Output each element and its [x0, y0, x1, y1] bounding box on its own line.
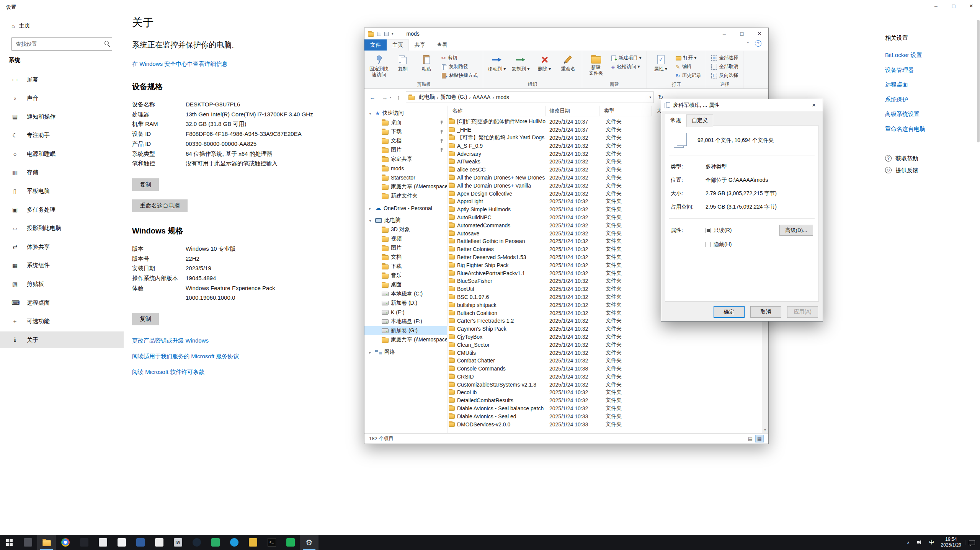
- nav-item[interactable]: 本地磁盘 (C:): [364, 289, 447, 299]
- back-button[interactable]: ←: [368, 94, 377, 101]
- taskbar-app-icon-10[interactable]: [243, 535, 262, 550]
- new-folder-button[interactable]: 新建 文件夹: [585, 52, 608, 81]
- details-view-icon[interactable]: ▤: [746, 435, 755, 442]
- taskbar-app-icon-8[interactable]: [206, 535, 225, 550]
- file-row[interactable]: DetailedCombatResults2025/1/24 10:32文件夹: [448, 397, 768, 405]
- nav-item[interactable]: 新加卷 (G:): [364, 326, 447, 335]
- taskbar-app-icon-11[interactable]: [281, 535, 300, 550]
- invert-selection-button[interactable]: 反向选择: [709, 71, 741, 80]
- sidebar-item-sound[interactable]: ♪声音: [0, 90, 124, 107]
- related-setting-link[interactable]: 设备管理器: [885, 63, 977, 78]
- sidebar-item-tablet[interactable]: ▯平板电脑: [0, 183, 124, 200]
- qat-customize-icon[interactable]: ▾: [392, 32, 394, 36]
- ribbon-tab-share[interactable]: 共享: [409, 39, 431, 51]
- move-to-button[interactable]: 移动到 ▾: [485, 52, 508, 81]
- ribbon-tab-file[interactable]: 文件: [364, 39, 387, 51]
- nav-item[interactable]: K (E:): [364, 308, 447, 317]
- history-button[interactable]: ↻历史记录: [673, 71, 704, 80]
- select-none-button[interactable]: 全部取消: [709, 62, 741, 71]
- nav-item[interactable]: 新加卷 (D:): [364, 299, 447, 308]
- sidebar-item-home[interactable]: ⌂ 主页: [11, 22, 30, 29]
- nav-item[interactable]: ▾★快速访问: [364, 109, 447, 118]
- breadcrumb-segment[interactable]: 此电脑: [417, 94, 437, 101]
- hidden-checkbox[interactable]: [706, 242, 711, 247]
- minimize-button[interactable]: [715, 28, 733, 40]
- hidden-icons-chevron-icon[interactable]: ∧: [903, 540, 914, 545]
- nav-item[interactable]: 音乐: [364, 271, 447, 280]
- select-all-button[interactable]: 全部选择: [709, 54, 741, 62]
- qat-new-folder-icon[interactable]: [384, 32, 389, 36]
- sidebar-item-system-components[interactable]: ▦系统组件: [0, 257, 124, 274]
- taskbar-steam-icon[interactable]: [187, 535, 206, 550]
- sidebar-item-display[interactable]: ▭屏幕: [0, 71, 124, 88]
- recent-locations-icon[interactable]: ▾: [390, 96, 391, 99]
- new-item-button[interactable]: 新建项目 ▾: [608, 54, 644, 62]
- paste-shortcut-button[interactable]: 粘贴快捷方式: [439, 71, 480, 80]
- copy-path-button[interactable]: 复制路径: [439, 62, 480, 71]
- address-bar[interactable]: 此电脑›新加卷 (G:)›AAAAA›mods ▾: [406, 91, 654, 103]
- column-header-0[interactable]: 名称: [448, 106, 546, 116]
- sidebar-item-multitasking[interactable]: ▣多任务处理: [0, 201, 124, 218]
- sidebar-item-remote-desktop[interactable]: ⌨远程桌面: [0, 294, 124, 311]
- nav-item[interactable]: Starsector: [364, 173, 447, 182]
- breadcrumb-segment[interactable]: AAAAA: [471, 94, 493, 100]
- copy-button[interactable]: 复制: [391, 52, 414, 81]
- rename-button[interactable]: 重命名: [557, 52, 580, 81]
- file-row[interactable]: CjyToyBox2025/1/24 10:32文件夹: [448, 333, 768, 341]
- ribbon-collapse-icon[interactable]: ⌃: [746, 41, 750, 46]
- settings-scrollbar[interactable]: [977, 17, 980, 534]
- large-icons-view-icon[interactable]: ▦: [755, 435, 764, 442]
- file-row[interactable]: DMODServices-v2.0.02025/1/24 10:33文件夹: [448, 420, 768, 428]
- nav-item[interactable]: 桌面: [364, 118, 447, 127]
- taskbar-chrome-icon[interactable]: [56, 535, 75, 550]
- related-setting-link[interactable]: 重命名这台电脑: [885, 122, 977, 137]
- nav-item[interactable]: mods: [364, 164, 447, 173]
- up-button[interactable]: ↑: [394, 94, 403, 101]
- close-button[interactable]: [751, 28, 768, 40]
- file-row[interactable]: Diable Avionics - Seal balance patch2025…: [448, 405, 768, 413]
- nav-item[interactable]: 视频: [364, 234, 447, 243]
- nav-item[interactable]: 3D 对象: [364, 225, 447, 234]
- paste-button[interactable]: 粘贴: [415, 52, 438, 81]
- taskbar-app-icon-4[interactable]: [112, 535, 131, 550]
- rename-pc-button[interactable]: 重命名这台电脑: [132, 199, 188, 212]
- nav-item[interactable]: ▸☁OneDrive - Personal: [364, 204, 447, 213]
- sidebar-item-shared-experiences[interactable]: ⇄体验共享: [0, 238, 124, 255]
- advanced-button[interactable]: 高级(D)...: [779, 225, 813, 236]
- taskbar-file-explorer-icon[interactable]: [37, 535, 56, 550]
- sidebar-item-projecting[interactable]: ▱投影到此电脑: [0, 220, 124, 237]
- help-icon[interactable]: ?: [755, 40, 761, 47]
- file-row[interactable]: Caymon's Ship Pack2025/1/24 10:32文件夹: [448, 325, 768, 333]
- cut-button[interactable]: ✂剪切: [439, 54, 480, 62]
- sidebar-item-about[interactable]: ℹ关于: [0, 331, 124, 348]
- column-header-1[interactable]: 修改日期: [546, 106, 599, 116]
- start-button[interactable]: [0, 535, 18, 550]
- copy-device-specs-button[interactable]: 复制: [132, 178, 159, 191]
- file-row[interactable]: Combat Chatter2025/1/24 10:32文件夹: [448, 357, 768, 365]
- ime-indicator[interactable]: 中: [926, 539, 937, 546]
- minimize-button[interactable]: [927, 0, 945, 12]
- breadcrumb-segment[interactable]: 新加卷 (G:): [438, 94, 469, 101]
- nav-item[interactable]: 家庭共享: [364, 155, 447, 164]
- file-row[interactable]: CRSID2025/1/24 10:32文件夹: [448, 373, 768, 381]
- give-feedback-link[interactable]: ☺提供反馈: [885, 164, 977, 176]
- file-row[interactable]: Clean_Sector2025/1/24 10:32文件夹: [448, 341, 768, 349]
- ribbon-tab-home[interactable]: 主页: [387, 39, 409, 51]
- nav-item[interactable]: 本地磁盘 (F:): [364, 317, 447, 326]
- nav-item[interactable]: 家庭共享 (\\Memospace) (: [364, 182, 447, 191]
- taskbar-app-icon-2[interactable]: [75, 535, 93, 550]
- taskbar-app-icon-1[interactable]: [18, 535, 37, 550]
- nav-item[interactable]: 桌面: [364, 280, 447, 289]
- file-row[interactable]: Console Commands2025/1/24 10:38文件夹: [448, 365, 768, 373]
- nav-item[interactable]: 图片: [364, 243, 447, 253]
- pin-quick-button[interactable]: 固定到快 速访问: [368, 52, 390, 81]
- action-center-button[interactable]: [965, 540, 978, 545]
- scroll-down-icon[interactable]: ▼: [762, 427, 768, 433]
- sidebar-item-power-sleep[interactable]: ○电源和睡眠: [0, 145, 124, 162]
- sidebar-item-storage[interactable]: ▥存储: [0, 164, 124, 181]
- sidebar-item-clipboard[interactable]: ▧剪贴板: [0, 276, 124, 293]
- properties-tab-general[interactable]: 常规: [665, 114, 686, 126]
- nav-item[interactable]: 文档: [364, 136, 447, 145]
- forward-button[interactable]: →: [380, 94, 390, 101]
- related-setting-link[interactable]: 远程桌面: [885, 77, 977, 92]
